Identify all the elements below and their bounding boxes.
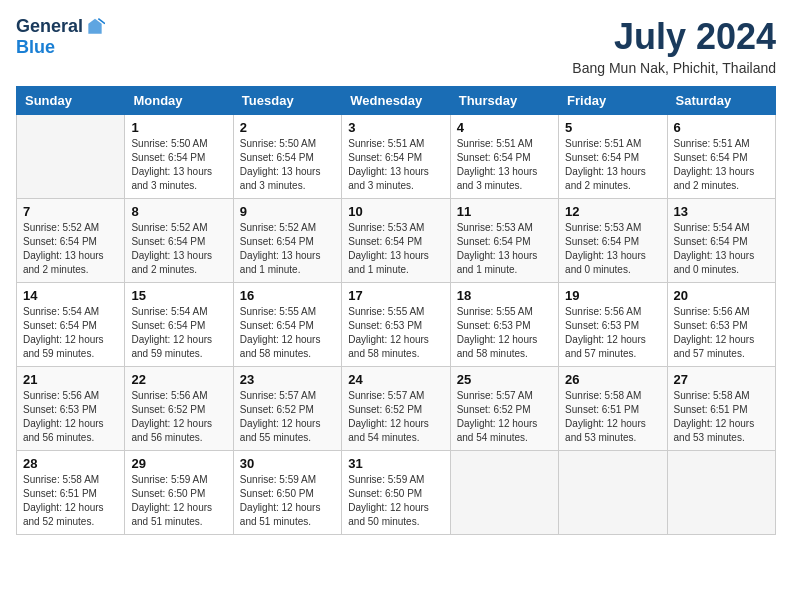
calendar-cell: 7Sunrise: 5:52 AMSunset: 6:54 PMDaylight… (17, 199, 125, 283)
day-info: Sunrise: 5:52 AMSunset: 6:54 PMDaylight:… (23, 221, 118, 277)
calendar-cell: 16Sunrise: 5:55 AMSunset: 6:54 PMDayligh… (233, 283, 341, 367)
day-info: Sunrise: 5:56 AMSunset: 6:52 PMDaylight:… (131, 389, 226, 445)
calendar-cell: 20Sunrise: 5:56 AMSunset: 6:53 PMDayligh… (667, 283, 775, 367)
col-header-thursday: Thursday (450, 87, 558, 115)
day-number: 7 (23, 204, 118, 219)
day-number: 23 (240, 372, 335, 387)
calendar-header-row: SundayMondayTuesdayWednesdayThursdayFrid… (17, 87, 776, 115)
day-number: 1 (131, 120, 226, 135)
day-number: 8 (131, 204, 226, 219)
day-info: Sunrise: 5:58 AMSunset: 6:51 PMDaylight:… (23, 473, 118, 529)
calendar-cell: 11Sunrise: 5:53 AMSunset: 6:54 PMDayligh… (450, 199, 558, 283)
day-info: Sunrise: 5:57 AMSunset: 6:52 PMDaylight:… (348, 389, 443, 445)
logo-icon (85, 17, 105, 37)
day-info: Sunrise: 5:59 AMSunset: 6:50 PMDaylight:… (240, 473, 335, 529)
calendar-cell: 3Sunrise: 5:51 AMSunset: 6:54 PMDaylight… (342, 115, 450, 199)
day-number: 12 (565, 204, 660, 219)
day-info: Sunrise: 5:55 AMSunset: 6:54 PMDaylight:… (240, 305, 335, 361)
calendar-cell: 29Sunrise: 5:59 AMSunset: 6:50 PMDayligh… (125, 451, 233, 535)
calendar-cell: 5Sunrise: 5:51 AMSunset: 6:54 PMDaylight… (559, 115, 667, 199)
month-year-title: July 2024 (572, 16, 776, 58)
day-number: 29 (131, 456, 226, 471)
day-number: 4 (457, 120, 552, 135)
col-header-saturday: Saturday (667, 87, 775, 115)
day-info: Sunrise: 5:52 AMSunset: 6:54 PMDaylight:… (240, 221, 335, 277)
calendar-cell: 22Sunrise: 5:56 AMSunset: 6:52 PMDayligh… (125, 367, 233, 451)
calendar-cell: 13Sunrise: 5:54 AMSunset: 6:54 PMDayligh… (667, 199, 775, 283)
calendar-cell: 12Sunrise: 5:53 AMSunset: 6:54 PMDayligh… (559, 199, 667, 283)
day-info: Sunrise: 5:52 AMSunset: 6:54 PMDaylight:… (131, 221, 226, 277)
calendar-cell: 10Sunrise: 5:53 AMSunset: 6:54 PMDayligh… (342, 199, 450, 283)
title-area: July 2024 Bang Mun Nak, Phichit, Thailan… (572, 16, 776, 76)
day-info: Sunrise: 5:58 AMSunset: 6:51 PMDaylight:… (674, 389, 769, 445)
day-info: Sunrise: 5:53 AMSunset: 6:54 PMDaylight:… (565, 221, 660, 277)
day-info: Sunrise: 5:50 AMSunset: 6:54 PMDaylight:… (240, 137, 335, 193)
calendar-cell: 24Sunrise: 5:57 AMSunset: 6:52 PMDayligh… (342, 367, 450, 451)
calendar-cell (450, 451, 558, 535)
day-info: Sunrise: 5:54 AMSunset: 6:54 PMDaylight:… (131, 305, 226, 361)
calendar-cell: 25Sunrise: 5:57 AMSunset: 6:52 PMDayligh… (450, 367, 558, 451)
calendar-cell: 31Sunrise: 5:59 AMSunset: 6:50 PMDayligh… (342, 451, 450, 535)
day-number: 19 (565, 288, 660, 303)
calendar-cell: 18Sunrise: 5:55 AMSunset: 6:53 PMDayligh… (450, 283, 558, 367)
calendar-cell (559, 451, 667, 535)
day-number: 26 (565, 372, 660, 387)
col-header-sunday: Sunday (17, 87, 125, 115)
day-number: 22 (131, 372, 226, 387)
calendar-cell: 9Sunrise: 5:52 AMSunset: 6:54 PMDaylight… (233, 199, 341, 283)
calendar-week-row: 7Sunrise: 5:52 AMSunset: 6:54 PMDaylight… (17, 199, 776, 283)
day-number: 11 (457, 204, 552, 219)
calendar-cell: 14Sunrise: 5:54 AMSunset: 6:54 PMDayligh… (17, 283, 125, 367)
day-info: Sunrise: 5:53 AMSunset: 6:54 PMDaylight:… (457, 221, 552, 277)
calendar-week-row: 21Sunrise: 5:56 AMSunset: 6:53 PMDayligh… (17, 367, 776, 451)
day-info: Sunrise: 5:59 AMSunset: 6:50 PMDaylight:… (348, 473, 443, 529)
day-info: Sunrise: 5:55 AMSunset: 6:53 PMDaylight:… (457, 305, 552, 361)
calendar-cell: 26Sunrise: 5:58 AMSunset: 6:51 PMDayligh… (559, 367, 667, 451)
logo-general: General (16, 16, 83, 37)
location-subtitle: Bang Mun Nak, Phichit, Thailand (572, 60, 776, 76)
calendar-cell: 28Sunrise: 5:58 AMSunset: 6:51 PMDayligh… (17, 451, 125, 535)
calendar-cell: 27Sunrise: 5:58 AMSunset: 6:51 PMDayligh… (667, 367, 775, 451)
day-info: Sunrise: 5:56 AMSunset: 6:53 PMDaylight:… (23, 389, 118, 445)
day-number: 20 (674, 288, 769, 303)
day-info: Sunrise: 5:53 AMSunset: 6:54 PMDaylight:… (348, 221, 443, 277)
day-info: Sunrise: 5:57 AMSunset: 6:52 PMDaylight:… (457, 389, 552, 445)
page-header: General Blue July 2024 Bang Mun Nak, Phi… (16, 16, 776, 76)
day-number: 25 (457, 372, 552, 387)
calendar-cell: 15Sunrise: 5:54 AMSunset: 6:54 PMDayligh… (125, 283, 233, 367)
col-header-tuesday: Tuesday (233, 87, 341, 115)
logo-blue: Blue (16, 37, 55, 58)
calendar-week-row: 1Sunrise: 5:50 AMSunset: 6:54 PMDaylight… (17, 115, 776, 199)
day-number: 31 (348, 456, 443, 471)
day-number: 6 (674, 120, 769, 135)
calendar-cell: 8Sunrise: 5:52 AMSunset: 6:54 PMDaylight… (125, 199, 233, 283)
day-number: 16 (240, 288, 335, 303)
day-number: 27 (674, 372, 769, 387)
calendar-cell: 17Sunrise: 5:55 AMSunset: 6:53 PMDayligh… (342, 283, 450, 367)
day-info: Sunrise: 5:54 AMSunset: 6:54 PMDaylight:… (674, 221, 769, 277)
day-number: 30 (240, 456, 335, 471)
day-info: Sunrise: 5:51 AMSunset: 6:54 PMDaylight:… (348, 137, 443, 193)
day-number: 15 (131, 288, 226, 303)
day-number: 21 (23, 372, 118, 387)
calendar-cell: 4Sunrise: 5:51 AMSunset: 6:54 PMDaylight… (450, 115, 558, 199)
calendar-cell: 2Sunrise: 5:50 AMSunset: 6:54 PMDaylight… (233, 115, 341, 199)
day-number: 18 (457, 288, 552, 303)
day-info: Sunrise: 5:56 AMSunset: 6:53 PMDaylight:… (674, 305, 769, 361)
day-info: Sunrise: 5:57 AMSunset: 6:52 PMDaylight:… (240, 389, 335, 445)
day-number: 2 (240, 120, 335, 135)
day-info: Sunrise: 5:51 AMSunset: 6:54 PMDaylight:… (457, 137, 552, 193)
calendar-week-row: 28Sunrise: 5:58 AMSunset: 6:51 PMDayligh… (17, 451, 776, 535)
day-number: 14 (23, 288, 118, 303)
day-number: 13 (674, 204, 769, 219)
day-number: 24 (348, 372, 443, 387)
calendar-cell: 6Sunrise: 5:51 AMSunset: 6:54 PMDaylight… (667, 115, 775, 199)
day-number: 9 (240, 204, 335, 219)
calendar-cell (17, 115, 125, 199)
calendar-cell: 23Sunrise: 5:57 AMSunset: 6:52 PMDayligh… (233, 367, 341, 451)
calendar-cell (667, 451, 775, 535)
calendar-cell: 30Sunrise: 5:59 AMSunset: 6:50 PMDayligh… (233, 451, 341, 535)
day-info: Sunrise: 5:51 AMSunset: 6:54 PMDaylight:… (565, 137, 660, 193)
day-info: Sunrise: 5:51 AMSunset: 6:54 PMDaylight:… (674, 137, 769, 193)
col-header-friday: Friday (559, 87, 667, 115)
